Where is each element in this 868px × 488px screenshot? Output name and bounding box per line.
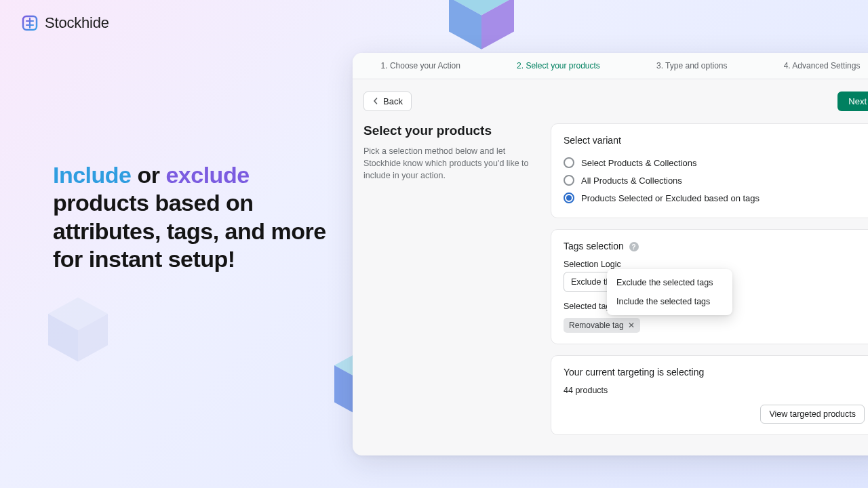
tags-card-title: Tags selection ? (564, 241, 865, 251)
help-icon[interactable]: ? (629, 242, 639, 251)
wizard-step-4[interactable]: 4. Advanced Settings (755, 53, 868, 79)
variant-option-label: Products Selected or Excluded based on t… (581, 193, 760, 203)
variant-option-all[interactable]: All Products & Collections (564, 171, 865, 189)
brand-logo: Stockhide (20, 14, 109, 33)
wizard-step-2[interactable]: 2. Select your products (489, 53, 629, 79)
logic-option-exclude[interactable]: Exclude the selected tags (607, 273, 732, 292)
remove-tag-icon[interactable]: ✕ (628, 321, 635, 330)
brand-mark-icon (20, 14, 39, 33)
view-targeted-button[interactable]: View targeted products (760, 405, 865, 424)
decorative-cube-icon (41, 291, 115, 366)
brand-name: Stockhide (45, 14, 109, 32)
tag-chip-label: Removable tag (569, 321, 624, 330)
radio-icon (564, 192, 574, 203)
chevron-left-icon (372, 96, 379, 106)
back-button[interactable]: Back (363, 92, 412, 111)
back-button-label: Back (383, 96, 403, 106)
targeting-card-title: Your current targeting is selecting (564, 367, 865, 378)
decorative-cube-icon (441, 0, 522, 54)
page-description: Pick a selection method below and let St… (363, 145, 532, 182)
marketing-headline: Include or exclude products based on att… (53, 161, 338, 274)
variant-option-label: All Products & Collections (581, 176, 682, 186)
tags-card: Tags selection ? Selection Logic Exclude… (551, 229, 868, 344)
next-button[interactable]: Next (837, 92, 868, 111)
targeting-card: Your current targeting is selecting 44 p… (551, 355, 868, 435)
tag-chip: Removable tag ✕ (564, 318, 640, 333)
wizard-step-1[interactable]: 1. Choose your Action (353, 53, 489, 79)
wizard-steps: 1. Choose your Action 2. Select your pro… (353, 53, 868, 79)
radio-icon (564, 157, 574, 168)
page-title: Select your products (363, 123, 532, 138)
app-window: 1. Choose your Action 2. Select your pro… (353, 53, 868, 455)
logic-option-include[interactable]: Include the selected tags (607, 292, 732, 311)
wizard-toolbar: Back Next (353, 79, 868, 111)
variant-option-products-collections[interactable]: Select Products & Collections (564, 154, 865, 171)
variant-option-tags[interactable]: Products Selected or Excluded based on t… (564, 189, 865, 207)
wizard-step-3[interactable]: 3. Type and options (628, 53, 755, 79)
variant-card: Select variant Select Products & Collect… (551, 123, 868, 218)
selection-logic-label: Selection Logic (564, 260, 865, 269)
variant-card-title: Select variant (564, 135, 865, 146)
variant-option-label: Select Products & Collections (581, 158, 697, 168)
radio-icon (564, 175, 574, 186)
selection-logic-dropdown: Exclude the selected tags Include the se… (607, 269, 732, 315)
targeting-count: 44 products (564, 386, 865, 395)
